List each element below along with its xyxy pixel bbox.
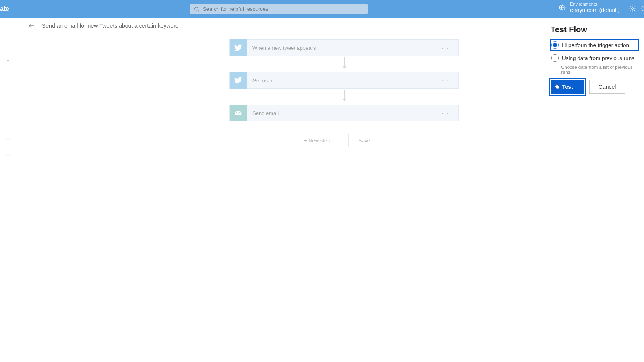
flow-step-trigger[interactable]: When a new tweet appears · · · [229,39,459,56]
back-arrow-icon[interactable] [28,22,35,29]
cursor-icon [554,82,560,90]
radio-perform-trigger[interactable]: I'll perform the trigger action [551,40,638,50]
radio-previous-runs[interactable]: Using data from previous runs [551,53,638,63]
svg-line-1 [198,10,199,11]
test-flow-panel: Test Flow I'll perform the trigger actio… [545,18,644,362]
radio-icon [551,41,559,49]
cancel-button[interactable]: Cancel [589,80,625,94]
svg-point-0 [195,7,198,10]
step-label: Get user [252,78,272,84]
test-button-label: Test [562,84,573,90]
search-icon [194,6,200,12]
search-input[interactable] [203,6,364,12]
globe-icon [559,4,566,11]
top-bar: ate Environments enayu.com (default) [0,0,644,18]
environment-picker[interactable]: Environments enayu.com (default) [559,2,620,14]
step-label: When a new tweet appears [252,45,316,51]
flow-step-get-user[interactable]: Get user · · · [229,72,459,89]
step-menu-icon[interactable]: · · · [442,77,454,84]
env-label: Environments [570,2,620,7]
help-icon[interactable] [641,5,644,12]
chevron-down-icon[interactable] [6,58,10,63]
test-button[interactable]: Test [551,80,584,94]
gear-icon[interactable] [629,5,636,12]
mail-icon [230,105,247,121]
radio-label: Using data from previous runs [562,55,634,61]
svg-point-4 [642,6,644,11]
chevron-down-icon[interactable] [6,154,10,158]
radio-label: I'll perform the trigger action [562,42,629,48]
canvas-button-row: + New step Save [294,134,380,147]
twitter-icon [230,39,247,56]
save-button[interactable]: Save [348,134,380,147]
flow-title: Send an email for new Tweets about a cer… [42,23,179,29]
env-name: enayu.com (default) [570,7,620,14]
svg-point-3 [632,8,634,10]
panel-title: Test Flow [551,25,638,34]
flow-arrow-icon [344,90,345,101]
step-label: Send email [252,110,279,116]
radio-icon [551,54,559,62]
step-menu-icon[interactable]: · · · [442,110,454,116]
chevron-down-icon[interactable] [6,138,10,142]
panel-button-row: Test Cancel [551,80,638,94]
previous-runs-hint: Choose data from a list of previous runs [561,65,638,74]
twitter-icon [230,72,247,89]
step-menu-icon[interactable]: · · · [442,45,454,51]
left-gutter [0,18,16,362]
flow-arrow-icon [344,57,345,68]
flow-step-send-email[interactable]: Send email · · · [229,105,459,121]
brand-fragment: ate [0,0,12,18]
new-step-button[interactable]: + New step [294,134,340,147]
search-box[interactable] [190,4,368,14]
